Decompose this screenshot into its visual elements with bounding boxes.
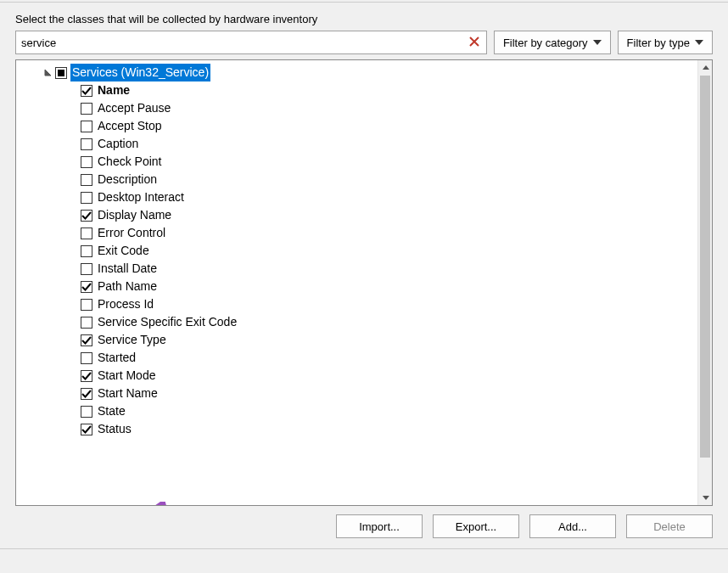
tree-item[interactable]: Exit Code	[20, 242, 697, 260]
tree-item-label: Path Name	[96, 278, 159, 295]
tree-item-label: Install Date	[96, 260, 159, 278]
tree-item-label: Description	[96, 171, 159, 188]
checkbox[interactable]	[81, 245, 92, 257]
tree-item-label: Service Specific Exit Code	[96, 313, 238, 331]
tree-item[interactable]: Error Control	[20, 224, 697, 242]
tree-item-label: Exit Code	[96, 242, 151, 260]
tree-item-label: Service Type	[96, 331, 168, 349]
checkbox[interactable]	[81, 299, 92, 311]
checkbox[interactable]	[81, 352, 92, 364]
checkbox[interactable]	[81, 121, 92, 132]
tree-item-label: Accept Pause	[96, 99, 172, 117]
checkbox[interactable]	[81, 103, 92, 115]
checkbox[interactable]	[81, 228, 92, 239]
tree-item[interactable]: Started	[20, 349, 697, 367]
tree-item[interactable]: Accept Stop	[20, 117, 697, 135]
checkbox[interactable]	[81, 210, 92, 222]
checkbox[interactable]	[81, 370, 92, 382]
tree-item-label: Accept Stop	[96, 117, 164, 135]
checkbox[interactable]	[81, 192, 92, 204]
tree-item[interactable]: Display Name	[20, 206, 697, 224]
search-container	[15, 31, 487, 54]
tree-item[interactable]: Status	[20, 420, 697, 438]
tree-item-label: Started	[96, 349, 137, 367]
expander-icon[interactable]	[42, 67, 53, 79]
tree-item[interactable]: Accept Pause	[20, 99, 697, 117]
checkbox[interactable]	[81, 388, 92, 400]
tree-item[interactable]: Path Name	[20, 278, 697, 295]
tree-item-label: Error Control	[96, 224, 167, 242]
checkbox[interactable]	[81, 263, 92, 275]
class-tree: Services (Win32_Service)NameAccept Pause…	[15, 59, 713, 506]
toolbar: Filter by category Filter by type	[15, 31, 713, 54]
tree-item-label: State	[96, 402, 127, 420]
tree-item[interactable]: Desktop Interact	[20, 188, 697, 206]
tree-item-label: Desktop Interact	[96, 188, 186, 206]
checkbox[interactable]	[81, 424, 92, 435]
checkbox[interactable]	[55, 67, 67, 79]
tree-item-label: Status	[96, 420, 133, 438]
checkbox[interactable]	[81, 174, 92, 186]
scroll-down-icon[interactable]	[698, 491, 713, 505]
checkbox[interactable]	[81, 281, 92, 293]
tree-item-label: Display Name	[96, 206, 173, 224]
clear-search-icon[interactable]	[467, 34, 482, 49]
checkbox[interactable]	[81, 138, 92, 150]
tree-item[interactable]: Service Specific Exit Code	[20, 313, 697, 331]
filter-category-label: Filter by category	[503, 37, 588, 49]
tree-item[interactable]: Start Name	[20, 385, 697, 402]
tree-item-label: Start Mode	[96, 367, 157, 385]
scrollbar[interactable]	[697, 60, 712, 505]
checkbox[interactable]	[81, 334, 92, 346]
filter-by-category-button[interactable]: Filter by category	[494, 31, 611, 54]
filter-by-type-button[interactable]: Filter by type	[618, 31, 713, 54]
instruction-text: Select the classes that will be collecte…	[15, 13, 713, 25]
checkbox[interactable]	[81, 85, 92, 97]
scroll-thumb[interactable]	[700, 76, 710, 458]
tree-item[interactable]: Process Id	[20, 295, 697, 313]
search-input[interactable]	[15, 31, 487, 54]
tree-item-label: Process Id	[96, 295, 155, 313]
tree-item[interactable]: Start Mode	[20, 367, 697, 385]
delete-button[interactable]: Delete	[626, 514, 713, 538]
checkbox[interactable]	[81, 317, 92, 329]
export-button[interactable]: Export...	[433, 514, 519, 538]
tree-root-node[interactable]: Services (Win32_Service)	[20, 64, 697, 81]
tree-item[interactable]: Service Type	[20, 331, 697, 349]
chevron-down-icon	[695, 40, 703, 45]
tree-item[interactable]: Name	[20, 81, 697, 99]
tree-item-label: Caption	[96, 135, 140, 153]
tree-item[interactable]: Check Point	[20, 153, 697, 171]
tree-item[interactable]: Description	[20, 171, 697, 188]
tree-item-label: Start Name	[96, 385, 160, 402]
chevron-down-icon	[593, 40, 602, 45]
button-row: Import... Export... Add... Delete	[0, 506, 728, 549]
tree-item[interactable]: Caption	[20, 135, 697, 153]
tree-item-label: Name	[96, 81, 132, 99]
tree-item-label: Check Point	[96, 153, 163, 171]
checkbox[interactable]	[81, 406, 92, 418]
import-button[interactable]: Import...	[336, 514, 423, 538]
tree-root-label: Services (Win32_Service)	[70, 64, 210, 81]
tree-body: Services (Win32_Service)NameAccept Pause…	[16, 60, 697, 505]
filter-type-label: Filter by type	[627, 37, 690, 49]
hardware-inventory-dialog: Select the classes that will be collecte…	[0, 0, 728, 573]
checkbox[interactable]	[81, 156, 92, 168]
tree-item[interactable]: Install Date	[20, 260, 697, 278]
add-button[interactable]: Add...	[529, 514, 616, 538]
scroll-up-icon[interactable]	[698, 60, 713, 75]
tree-item[interactable]: State	[20, 402, 697, 420]
